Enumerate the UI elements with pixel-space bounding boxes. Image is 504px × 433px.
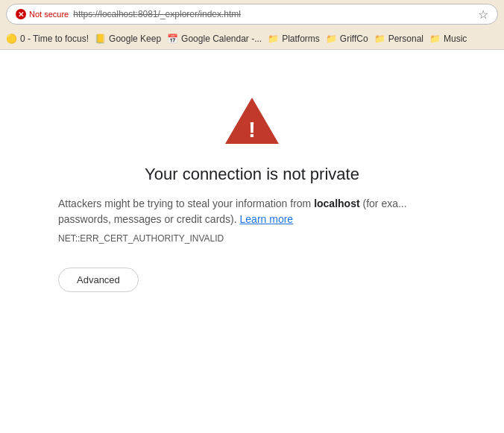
griffco-folder-icon: 📁 xyxy=(326,34,337,44)
sidebar-item-google-keep[interactable]: 📒 Google Keep xyxy=(95,34,161,44)
sidebar-item-personal[interactable]: 📁 Personal xyxy=(374,34,423,44)
not-secure-icon: ✕ xyxy=(16,9,26,19)
bookmark-label-google-keep: Google Keep xyxy=(109,34,161,44)
sidebar-item-platforms[interactable]: 📁 Platforms xyxy=(268,34,320,44)
warning-triangle-icon: ! xyxy=(222,95,282,147)
sidebar-item-griffco[interactable]: 📁 GriffCo xyxy=(326,34,368,44)
address-input[interactable]: ✕ Not secure https://localhost:8081/_exp… xyxy=(6,4,498,25)
personal-folder-icon: 📁 xyxy=(374,34,385,44)
bookmark-label-time-focus: 0 - Time to focus! xyxy=(20,34,89,44)
error-title: Your connection is not private xyxy=(58,165,446,184)
svg-text:!: ! xyxy=(248,117,256,142)
not-secure-badge: ✕ Not secure xyxy=(16,9,69,19)
time-focus-icon: 🟡 xyxy=(6,34,17,44)
error-page: ! Your connection is not private Attacke… xyxy=(0,50,504,407)
error-hostname: localhost xyxy=(314,197,359,209)
bookmark-label-personal: Personal xyxy=(388,34,423,44)
browser-chrome: ✕ Not secure https://localhost:8081/_exp… xyxy=(0,0,504,50)
google-keep-icon: 📒 xyxy=(95,34,106,44)
learn-more-link[interactable]: Learn more xyxy=(240,213,294,225)
music-folder-icon: 📁 xyxy=(429,34,441,44)
bookmark-label-music: Music xyxy=(444,34,467,44)
bookmark-label-griffco: GriffCo xyxy=(340,34,368,44)
google-calendar-icon: 📅 xyxy=(167,34,178,44)
error-content: ! Your connection is not private Attacke… xyxy=(58,95,446,292)
star-icon[interactable]: ☆ xyxy=(478,7,488,22)
bookmark-label-google-calendar: Google Calendar -... xyxy=(181,34,262,44)
sidebar-item-time-focus[interactable]: 🟡 0 - Time to focus! xyxy=(6,34,89,44)
error-description-start: Attackers might be trying to steal your … xyxy=(58,197,314,209)
sidebar-item-music[interactable]: 📁 Music xyxy=(429,34,467,44)
advanced-button[interactable]: Advanced xyxy=(58,268,139,292)
url-text[interactable]: https://localhost:8081/_explorer/index.h… xyxy=(73,9,241,19)
bookmark-label-platforms: Platforms xyxy=(282,34,320,44)
address-bar: ✕ Not secure https://localhost:8081/_exp… xyxy=(0,0,504,28)
bookmarks-bar: 🟡 0 - Time to focus! 📒 Google Keep 📅 Goo… xyxy=(0,28,504,49)
not-secure-label: Not secure xyxy=(29,10,69,19)
platforms-folder-icon: 📁 xyxy=(268,34,279,44)
error-code: NET::ERR_CERT_AUTHORITY_INVALID xyxy=(58,233,423,244)
error-description: Attackers might be trying to steal your … xyxy=(58,196,423,227)
sidebar-item-google-calendar[interactable]: 📅 Google Calendar -... xyxy=(167,34,262,44)
